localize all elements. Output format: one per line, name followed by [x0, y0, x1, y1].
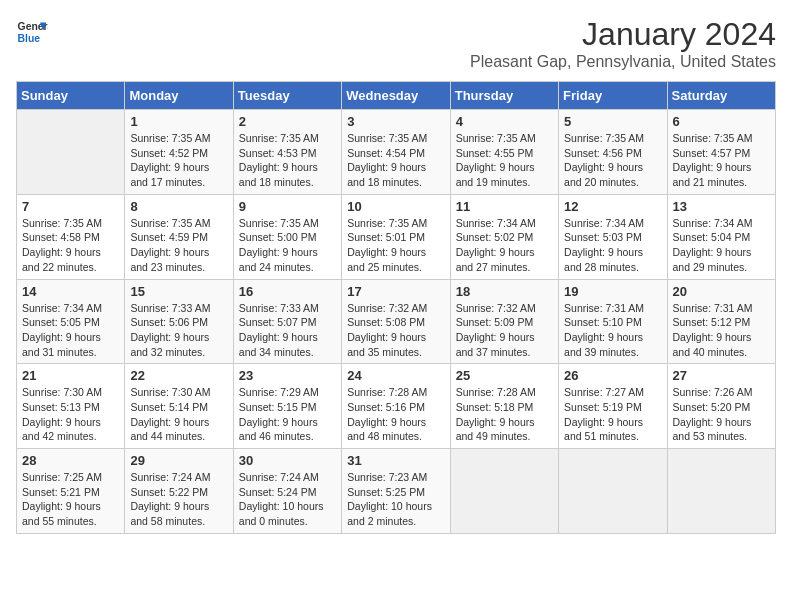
calendar-cell: 9Sunrise: 7:35 AMSunset: 5:00 PMDaylight…	[233, 194, 341, 279]
day-info: Sunrise: 7:35 AMSunset: 4:58 PMDaylight:…	[22, 216, 119, 275]
day-info: Sunrise: 7:34 AMSunset: 5:02 PMDaylight:…	[456, 216, 553, 275]
day-number: 12	[564, 199, 661, 214]
day-info: Sunrise: 7:24 AMSunset: 5:22 PMDaylight:…	[130, 470, 227, 529]
calendar-cell: 3Sunrise: 7:35 AMSunset: 4:54 PMDaylight…	[342, 110, 450, 195]
weekday-header: Thursday	[450, 82, 558, 110]
calendar-week-row: 1Sunrise: 7:35 AMSunset: 4:52 PMDaylight…	[17, 110, 776, 195]
day-info: Sunrise: 7:31 AMSunset: 5:12 PMDaylight:…	[673, 301, 770, 360]
weekday-header: Monday	[125, 82, 233, 110]
calendar-cell: 28Sunrise: 7:25 AMSunset: 5:21 PMDayligh…	[17, 449, 125, 534]
day-number: 6	[673, 114, 770, 129]
day-number: 5	[564, 114, 661, 129]
day-info: Sunrise: 7:35 AMSunset: 5:01 PMDaylight:…	[347, 216, 444, 275]
day-number: 27	[673, 368, 770, 383]
month-title: January 2024	[470, 16, 776, 53]
calendar-cell: 15Sunrise: 7:33 AMSunset: 5:06 PMDayligh…	[125, 279, 233, 364]
weekday-row: SundayMondayTuesdayWednesdayThursdayFrid…	[17, 82, 776, 110]
day-info: Sunrise: 7:35 AMSunset: 4:54 PMDaylight:…	[347, 131, 444, 190]
day-info: Sunrise: 7:25 AMSunset: 5:21 PMDaylight:…	[22, 470, 119, 529]
day-info: Sunrise: 7:35 AMSunset: 4:52 PMDaylight:…	[130, 131, 227, 190]
day-number: 25	[456, 368, 553, 383]
day-info: Sunrise: 7:32 AMSunset: 5:09 PMDaylight:…	[456, 301, 553, 360]
weekday-header: Wednesday	[342, 82, 450, 110]
day-info: Sunrise: 7:30 AMSunset: 5:13 PMDaylight:…	[22, 385, 119, 444]
weekday-header: Tuesday	[233, 82, 341, 110]
day-info: Sunrise: 7:33 AMSunset: 5:07 PMDaylight:…	[239, 301, 336, 360]
calendar-cell: 2Sunrise: 7:35 AMSunset: 4:53 PMDaylight…	[233, 110, 341, 195]
calendar-cell: 30Sunrise: 7:24 AMSunset: 5:24 PMDayligh…	[233, 449, 341, 534]
calendar-cell: 24Sunrise: 7:28 AMSunset: 5:16 PMDayligh…	[342, 364, 450, 449]
calendar-cell: 27Sunrise: 7:26 AMSunset: 5:20 PMDayligh…	[667, 364, 775, 449]
day-info: Sunrise: 7:31 AMSunset: 5:10 PMDaylight:…	[564, 301, 661, 360]
day-info: Sunrise: 7:35 AMSunset: 4:59 PMDaylight:…	[130, 216, 227, 275]
calendar-cell: 18Sunrise: 7:32 AMSunset: 5:09 PMDayligh…	[450, 279, 558, 364]
day-info: Sunrise: 7:35 AMSunset: 4:57 PMDaylight:…	[673, 131, 770, 190]
logo-icon: General Blue	[16, 16, 48, 48]
title-area: January 2024 Pleasant Gap, Pennsylvania,…	[470, 16, 776, 71]
day-number: 22	[130, 368, 227, 383]
weekday-header: Saturday	[667, 82, 775, 110]
day-number: 21	[22, 368, 119, 383]
calendar-cell	[450, 449, 558, 534]
weekday-header: Friday	[559, 82, 667, 110]
calendar-cell: 25Sunrise: 7:28 AMSunset: 5:18 PMDayligh…	[450, 364, 558, 449]
calendar-week-row: 14Sunrise: 7:34 AMSunset: 5:05 PMDayligh…	[17, 279, 776, 364]
calendar-cell: 6Sunrise: 7:35 AMSunset: 4:57 PMDaylight…	[667, 110, 775, 195]
day-info: Sunrise: 7:24 AMSunset: 5:24 PMDaylight:…	[239, 470, 336, 529]
calendar-cell: 4Sunrise: 7:35 AMSunset: 4:55 PMDaylight…	[450, 110, 558, 195]
day-number: 28	[22, 453, 119, 468]
calendar-cell: 13Sunrise: 7:34 AMSunset: 5:04 PMDayligh…	[667, 194, 775, 279]
calendar-cell: 19Sunrise: 7:31 AMSunset: 5:10 PMDayligh…	[559, 279, 667, 364]
calendar-cell: 1Sunrise: 7:35 AMSunset: 4:52 PMDaylight…	[125, 110, 233, 195]
calendar-week-row: 21Sunrise: 7:30 AMSunset: 5:13 PMDayligh…	[17, 364, 776, 449]
day-number: 16	[239, 284, 336, 299]
day-number: 19	[564, 284, 661, 299]
day-info: Sunrise: 7:26 AMSunset: 5:20 PMDaylight:…	[673, 385, 770, 444]
day-number: 30	[239, 453, 336, 468]
svg-text:Blue: Blue	[18, 33, 41, 44]
location-title: Pleasant Gap, Pennsylvania, United State…	[470, 53, 776, 71]
day-number: 17	[347, 284, 444, 299]
calendar-cell: 20Sunrise: 7:31 AMSunset: 5:12 PMDayligh…	[667, 279, 775, 364]
day-number: 15	[130, 284, 227, 299]
day-info: Sunrise: 7:35 AMSunset: 5:00 PMDaylight:…	[239, 216, 336, 275]
day-number: 13	[673, 199, 770, 214]
calendar-cell: 7Sunrise: 7:35 AMSunset: 4:58 PMDaylight…	[17, 194, 125, 279]
day-info: Sunrise: 7:34 AMSunset: 5:03 PMDaylight:…	[564, 216, 661, 275]
calendar-week-row: 28Sunrise: 7:25 AMSunset: 5:21 PMDayligh…	[17, 449, 776, 534]
day-info: Sunrise: 7:34 AMSunset: 5:04 PMDaylight:…	[673, 216, 770, 275]
calendar-cell: 17Sunrise: 7:32 AMSunset: 5:08 PMDayligh…	[342, 279, 450, 364]
calendar-body: 1Sunrise: 7:35 AMSunset: 4:52 PMDaylight…	[17, 110, 776, 534]
day-number: 18	[456, 284, 553, 299]
day-number: 3	[347, 114, 444, 129]
day-number: 29	[130, 453, 227, 468]
day-info: Sunrise: 7:28 AMSunset: 5:18 PMDaylight:…	[456, 385, 553, 444]
calendar-cell: 21Sunrise: 7:30 AMSunset: 5:13 PMDayligh…	[17, 364, 125, 449]
logo: General Blue	[16, 16, 48, 48]
day-info: Sunrise: 7:34 AMSunset: 5:05 PMDaylight:…	[22, 301, 119, 360]
day-number: 2	[239, 114, 336, 129]
day-number: 14	[22, 284, 119, 299]
calendar-cell: 16Sunrise: 7:33 AMSunset: 5:07 PMDayligh…	[233, 279, 341, 364]
day-info: Sunrise: 7:30 AMSunset: 5:14 PMDaylight:…	[130, 385, 227, 444]
calendar-cell: 10Sunrise: 7:35 AMSunset: 5:01 PMDayligh…	[342, 194, 450, 279]
calendar-cell	[559, 449, 667, 534]
day-info: Sunrise: 7:33 AMSunset: 5:06 PMDaylight:…	[130, 301, 227, 360]
calendar-cell: 11Sunrise: 7:34 AMSunset: 5:02 PMDayligh…	[450, 194, 558, 279]
day-info: Sunrise: 7:27 AMSunset: 5:19 PMDaylight:…	[564, 385, 661, 444]
day-number: 20	[673, 284, 770, 299]
calendar-cell: 26Sunrise: 7:27 AMSunset: 5:19 PMDayligh…	[559, 364, 667, 449]
calendar-cell	[17, 110, 125, 195]
day-info: Sunrise: 7:35 AMSunset: 4:56 PMDaylight:…	[564, 131, 661, 190]
day-number: 9	[239, 199, 336, 214]
calendar-cell: 8Sunrise: 7:35 AMSunset: 4:59 PMDaylight…	[125, 194, 233, 279]
calendar-cell: 5Sunrise: 7:35 AMSunset: 4:56 PMDaylight…	[559, 110, 667, 195]
day-info: Sunrise: 7:35 AMSunset: 4:53 PMDaylight:…	[239, 131, 336, 190]
calendar-cell	[667, 449, 775, 534]
day-number: 11	[456, 199, 553, 214]
calendar-cell: 31Sunrise: 7:23 AMSunset: 5:25 PMDayligh…	[342, 449, 450, 534]
day-number: 7	[22, 199, 119, 214]
day-number: 24	[347, 368, 444, 383]
weekday-header: Sunday	[17, 82, 125, 110]
calendar-cell: 14Sunrise: 7:34 AMSunset: 5:05 PMDayligh…	[17, 279, 125, 364]
